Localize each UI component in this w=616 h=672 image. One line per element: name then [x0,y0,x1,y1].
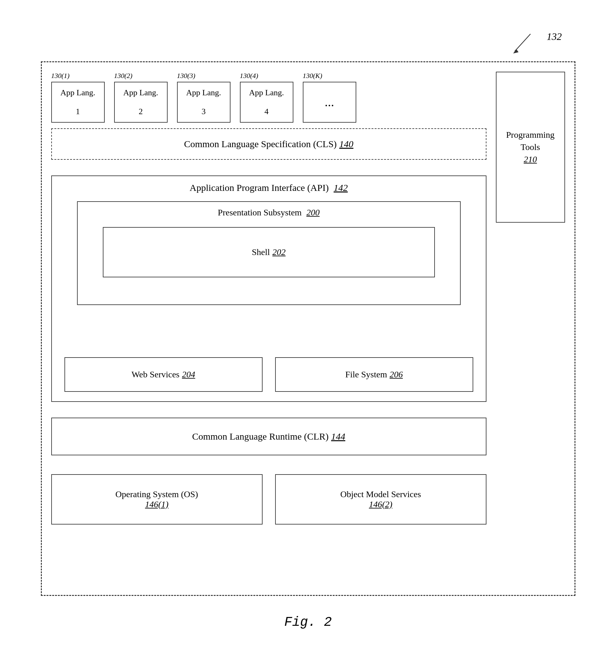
label-130-3: 130(3) [177,72,196,80]
presentation-ref: 200 [306,208,319,217]
cls-label: Common Language Specification (CLS) [184,139,337,149]
clr-ref: 144 [331,431,345,442]
app-lang-box-4: App Lang. 4 [240,82,293,123]
app-lang-row: 130(1) App Lang. 1 130(2) App Lang. 2 13… [51,72,486,123]
cls-box: Common Language Specification (CLS) 140 [51,128,486,160]
bottom-row: Operating System (OS) 146(1) Object Mode… [51,474,486,525]
page: 132 Programming Tools 210 130(1) App Lan… [0,0,616,672]
app-lang-dots: ... [303,82,356,123]
file-system-box: File System 206 [275,357,473,392]
api-title: Application Program Interface (API) 142 [52,182,486,193]
label-130-2: 130(2) [114,72,133,80]
presentation-title: Presentation Subsystem 200 [78,208,460,218]
label-130-1: 130(1) [51,72,70,80]
app-lang-box-2: App Lang. 2 [114,82,168,123]
clr-box: Common Language Runtime (CLR) 144 [51,418,486,455]
shell-box: Shell 202 [103,227,435,277]
object-model-ref: 146(2) [369,499,392,509]
programming-tools-label: Programming Tools 210 [497,129,564,166]
programming-tools-box: Programming Tools 210 [496,72,565,223]
shell-ref: 202 [272,247,286,257]
figure-caption: Fig. 2 [284,615,332,630]
app-lang-box-1: App Lang. 1 [51,82,105,123]
web-services-box: Web Services 204 [64,357,263,392]
os-box: Operating System (OS) 146(1) [51,474,263,525]
api-bottom-row: Web Services 204 File System 206 [64,357,473,392]
svg-marker-1 [513,49,519,53]
api-ref: 142 [334,182,348,193]
app-lang-box-3: App Lang. 3 [177,82,230,123]
os-ref: 146(1) [145,499,169,509]
cls-ref: 140 [339,139,353,149]
api-box: Application Program Interface (API) 142 … [51,175,486,402]
label-132: 132 [547,31,562,42]
label-130-4: 130(4) [240,72,258,80]
outer-diagram-box: 132 Programming Tools 210 130(1) App Lan… [41,61,575,596]
label-130-k: 130(K) [303,72,322,80]
svg-line-0 [515,34,530,51]
file-system-ref: 206 [390,369,403,380]
object-model-box: Object Model Services 146(2) [275,474,486,525]
presentation-box: Presentation Subsystem 200 Shell 202 [77,201,461,305]
web-services-ref: 204 [182,369,195,380]
